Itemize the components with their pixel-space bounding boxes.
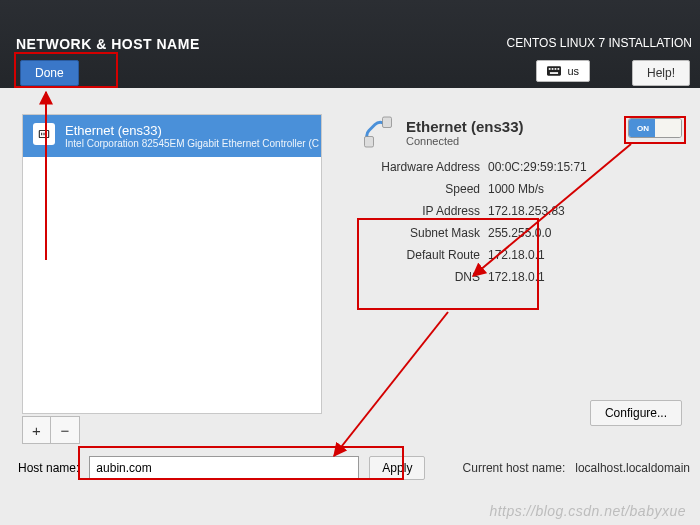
nic-list-item[interactable]: Ethernet (ens33) Intel Corporation 82545… xyxy=(23,115,321,157)
hostname-row: Host name: Apply Current host name: loca… xyxy=(18,456,690,480)
svg-rect-2 xyxy=(552,68,554,70)
svg-rect-5 xyxy=(550,72,558,74)
keyboard-layout-indicator[interactable]: us xyxy=(536,60,590,82)
hwaddr-label: Hardware Address xyxy=(360,160,480,174)
mask-label: Subnet Mask xyxy=(360,226,480,240)
gw-value: 172.18.0.1 xyxy=(488,248,688,262)
toggle-on-label: ON xyxy=(629,119,657,137)
svg-rect-1 xyxy=(549,68,551,70)
nic-name: Ethernet (ens33) xyxy=(65,123,319,138)
svg-rect-0 xyxy=(547,66,561,75)
nic-detail-title: Ethernet (ens33) xyxy=(406,118,524,135)
svg-rect-7 xyxy=(383,117,392,128)
installer-title: CENTOS LINUX 7 INSTALLATION xyxy=(507,36,692,50)
nic-desc: Intel Corporation 82545EM Gigabit Ethern… xyxy=(65,138,319,149)
ethernet-icon xyxy=(33,123,55,145)
help-button[interactable]: Help! xyxy=(632,60,690,86)
hwaddr-value: 00:0C:29:59:15:71 xyxy=(488,160,688,174)
ip-label: IP Address xyxy=(360,204,480,218)
speed-label: Speed xyxy=(360,182,480,196)
dns-label: DNS xyxy=(360,270,480,284)
remove-nic-button[interactable]: − xyxy=(51,417,79,443)
svg-rect-4 xyxy=(558,68,560,70)
apply-button[interactable]: Apply xyxy=(369,456,425,480)
done-button[interactable]: Done xyxy=(20,60,79,86)
watermark: https://blog.csdn.net/babyxue xyxy=(489,503,686,519)
speed-value: 1000 Mb/s xyxy=(488,182,688,196)
nic-status: Connected xyxy=(406,135,524,147)
page-title: NETWORK & HOST NAME xyxy=(16,36,200,52)
content-area: Ethernet (ens33) Intel Corporation 82545… xyxy=(0,100,700,525)
mask-value: 255.255.0.0 xyxy=(488,226,688,240)
dns-value: 172.18.0.1 xyxy=(488,270,688,284)
ethernet-cable-icon xyxy=(360,114,396,150)
current-hostname-value: localhost.localdomain xyxy=(575,461,690,475)
configure-button[interactable]: Configure... xyxy=(590,400,682,426)
ip-value: 172.18.253.83 xyxy=(488,204,688,218)
add-nic-button[interactable]: + xyxy=(23,417,51,443)
nic-add-remove-toolbar: + − xyxy=(22,416,80,444)
svg-rect-3 xyxy=(555,68,557,70)
nic-list[interactable]: Ethernet (ens33) Intel Corporation 82545… xyxy=(22,114,322,414)
hostname-label: Host name: xyxy=(18,461,79,475)
hostname-input[interactable] xyxy=(89,456,359,480)
keyboard-icon xyxy=(547,66,561,76)
keyboard-layout-label: us xyxy=(567,65,579,77)
connection-toggle[interactable]: ON xyxy=(628,118,682,138)
toggle-knob xyxy=(655,119,681,137)
current-hostname-label: Current host name: xyxy=(463,461,566,475)
header-bar: NETWORK & HOST NAME CENTOS LINUX 7 INSTA… xyxy=(0,0,700,88)
nic-detail-panel: Ethernet (ens33) Connected Hardware Addr… xyxy=(360,114,688,284)
svg-rect-8 xyxy=(365,137,374,148)
gw-label: Default Route xyxy=(360,248,480,262)
